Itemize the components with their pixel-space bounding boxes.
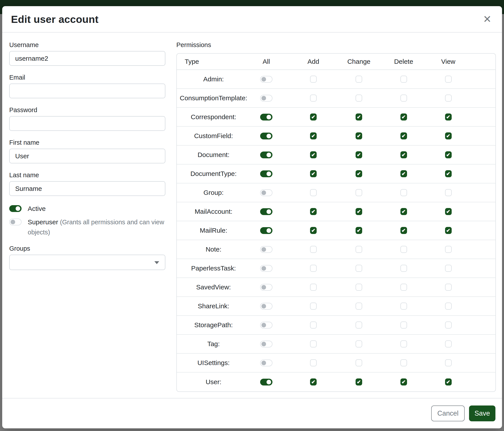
permission-delete-checkbox[interactable]: ✔: [400, 114, 407, 120]
permission-delete-checkbox[interactable]: ✔: [400, 132, 407, 139]
permission-add-checkbox[interactable]: ✔: [310, 151, 317, 158]
permission-delete-checkbox[interactable]: [400, 359, 407, 366]
permission-all-toggle[interactable]: [260, 246, 272, 253]
permission-add-checkbox[interactable]: ✔: [310, 378, 317, 386]
permission-view-checkbox[interactable]: [445, 189, 452, 196]
permission-all-toggle[interactable]: [260, 227, 272, 234]
permission-delete-checkbox[interactable]: [400, 189, 407, 196]
permission-view-checkbox[interactable]: [445, 284, 452, 291]
cancel-button[interactable]: Cancel: [431, 405, 465, 421]
permission-change-checkbox[interactable]: ✔: [356, 114, 362, 120]
permission-add-checkbox[interactable]: [310, 284, 317, 291]
permission-view-checkbox[interactable]: [445, 95, 452, 102]
permission-all-toggle[interactable]: [260, 265, 272, 272]
permission-add-checkbox[interactable]: [310, 303, 317, 310]
username-input[interactable]: [9, 51, 165, 66]
close-icon[interactable]: ✕: [482, 13, 492, 25]
permission-delete-checkbox[interactable]: [400, 265, 407, 272]
permission-view-checkbox[interactable]: [445, 246, 452, 253]
permission-all-toggle[interactable]: [260, 379, 272, 386]
permission-view-checkbox[interactable]: [445, 359, 452, 366]
toggle-knob: [261, 304, 266, 308]
permission-view-checkbox[interactable]: [445, 341, 452, 347]
permission-change-checkbox[interactable]: [356, 265, 362, 272]
permission-delete-checkbox[interactable]: ✔: [400, 208, 407, 215]
permission-all-toggle[interactable]: [260, 303, 272, 310]
permission-change-checkbox[interactable]: [356, 303, 362, 310]
permission-view-checkbox[interactable]: [445, 322, 452, 329]
permission-view-checkbox[interactable]: [445, 265, 452, 272]
permission-all-toggle[interactable]: [260, 208, 272, 215]
permission-view-checkbox[interactable]: ✔: [445, 114, 452, 120]
permission-add-checkbox[interactable]: [310, 341, 317, 347]
permission-all-toggle[interactable]: [260, 114, 272, 120]
permission-all-toggle[interactable]: [260, 133, 272, 139]
password-input[interactable]: [9, 116, 165, 131]
permission-add-checkbox[interactable]: [310, 246, 317, 253]
permission-change-checkbox[interactable]: ✔: [356, 208, 362, 215]
permission-add-checkbox[interactable]: ✔: [310, 208, 317, 215]
permission-view-checkbox[interactable]: ✔: [445, 170, 452, 177]
permission-all-toggle[interactable]: [260, 322, 272, 329]
permission-all-toggle[interactable]: [260, 171, 272, 177]
permission-delete-checkbox[interactable]: ✔: [400, 378, 407, 386]
permission-all-toggle[interactable]: [260, 359, 272, 366]
permission-delete-checkbox[interactable]: [400, 322, 407, 329]
permission-change-checkbox[interactable]: ✔: [356, 170, 362, 177]
permission-change-checkbox[interactable]: [356, 95, 362, 102]
toggle-knob: [10, 220, 15, 224]
permission-delete-checkbox[interactable]: [400, 246, 407, 253]
permission-delete-checkbox[interactable]: [400, 76, 407, 83]
permission-change-checkbox[interactable]: ✔: [356, 132, 362, 139]
permission-all-toggle[interactable]: [260, 341, 272, 347]
permission-add-checkbox[interactable]: ✔: [310, 114, 317, 120]
permission-change-checkbox[interactable]: ✔: [356, 151, 362, 158]
permission-view-checkbox[interactable]: [445, 76, 452, 83]
permission-add-checkbox[interactable]: [310, 95, 317, 102]
permission-view-checkbox[interactable]: ✔: [445, 208, 452, 215]
permission-add-checkbox[interactable]: [310, 189, 317, 196]
permission-view-checkbox[interactable]: [445, 303, 452, 310]
permission-add-checkbox[interactable]: [310, 359, 317, 366]
permission-change-checkbox[interactable]: [356, 359, 362, 366]
permission-all-toggle[interactable]: [260, 284, 272, 291]
permission-view-checkbox[interactable]: ✔: [445, 151, 452, 158]
permission-add-checkbox[interactable]: ✔: [310, 227, 317, 234]
permission-view-checkbox[interactable]: ✔: [445, 132, 452, 139]
save-button[interactable]: Save: [469, 405, 495, 421]
superuser-label: Superuser (Grants all permissions and ca…: [28, 217, 165, 237]
permission-delete-checkbox[interactable]: [400, 303, 407, 310]
permission-delete-checkbox[interactable]: [400, 341, 407, 347]
email-input[interactable]: [9, 84, 165, 98]
superuser-toggle[interactable]: [9, 219, 22, 225]
permission-add-checkbox[interactable]: [310, 322, 317, 329]
permission-change-checkbox[interactable]: ✔: [356, 227, 362, 234]
permission-all-toggle[interactable]: [260, 189, 272, 196]
permission-all-toggle[interactable]: [260, 76, 272, 83]
last-name-input[interactable]: [9, 181, 165, 196]
permission-change-checkbox[interactable]: ✔: [356, 378, 362, 386]
permission-delete-checkbox[interactable]: ✔: [400, 170, 407, 177]
permission-view-checkbox[interactable]: ✔: [445, 227, 452, 234]
permission-all-toggle[interactable]: [260, 152, 272, 158]
permission-delete-checkbox[interactable]: [400, 95, 407, 102]
permission-change-checkbox[interactable]: [356, 341, 362, 347]
permission-delete-checkbox[interactable]: [400, 284, 407, 291]
permission-change-checkbox[interactable]: [356, 76, 362, 83]
first-name-input[interactable]: [9, 149, 165, 163]
permission-add-checkbox[interactable]: ✔: [310, 132, 317, 139]
permission-all-toggle[interactable]: [260, 95, 272, 102]
permission-change-checkbox[interactable]: [356, 284, 362, 291]
groups-select[interactable]: [9, 255, 165, 270]
active-toggle[interactable]: [9, 205, 22, 212]
permission-delete-checkbox[interactable]: ✔: [400, 227, 407, 234]
permission-delete-checkbox[interactable]: ✔: [400, 151, 407, 158]
permission-add-checkbox[interactable]: ✔: [310, 170, 317, 177]
permission-add-checkbox[interactable]: [310, 76, 317, 83]
permission-type-label: Correspondent:: [177, 113, 242, 121]
permission-change-checkbox[interactable]: [356, 189, 362, 196]
permission-change-checkbox[interactable]: [356, 322, 362, 329]
permission-view-checkbox[interactable]: ✔: [445, 378, 452, 386]
permission-add-checkbox[interactable]: [310, 265, 317, 272]
permission-change-checkbox[interactable]: [356, 246, 362, 253]
